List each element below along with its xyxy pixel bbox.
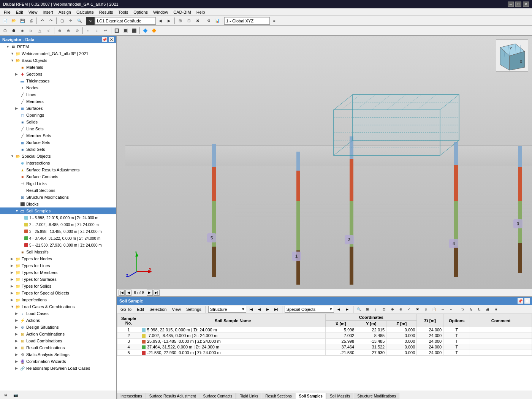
tree-rigidlinks[interactable]: ⊣ Rigid Links bbox=[0, 180, 116, 187]
tree-membersets[interactable]: ╱ Member Sets bbox=[0, 132, 116, 139]
delete-button[interactable]: ✖ bbox=[414, 306, 421, 313]
nav-prev-button[interactable]: ◀ bbox=[256, 306, 263, 313]
cell-options[interactable]: T bbox=[443, 339, 470, 344]
new-button[interactable]: 📄 bbox=[1, 17, 9, 25]
nav-next-button[interactable]: ▶ bbox=[264, 306, 271, 313]
tree-structuremods[interactable]: ⊞ Structure Modifications bbox=[0, 194, 116, 201]
menu-view[interactable]: View bbox=[26, 10, 40, 15]
tb2-btn5[interactable]: △ bbox=[36, 27, 44, 35]
tree-loadcases[interactable]: ▶ ↓ Load Cases bbox=[0, 310, 116, 317]
tree-soilsamples[interactable]: ▼ 🗃 Soil Samples bbox=[0, 207, 116, 214]
tree-surfaces[interactable]: ▶ ◼ Surfaces bbox=[0, 105, 116, 112]
tree-solidsets[interactable]: ■ Solid Sets bbox=[0, 146, 116, 153]
nav-next2-button[interactable]: ▶ bbox=[344, 306, 351, 313]
maximize-button[interactable]: □ bbox=[515, 2, 521, 7]
save-button[interactable]: 💾 bbox=[18, 17, 27, 25]
tree-soilmassifs[interactable]: ■ Soil Massifs bbox=[0, 249, 116, 255]
nav-prev2-button[interactable]: ◀ bbox=[336, 306, 342, 313]
tree-thicknesses[interactable]: ▬ Thicknesses bbox=[0, 78, 116, 84]
tab-surfacecontacts[interactable]: Surface Contacts bbox=[200, 393, 236, 399]
tree-types-members[interactable]: ▶ 📁 Types for Members bbox=[0, 269, 116, 276]
selection-button[interactable]: Selection bbox=[147, 306, 168, 313]
tree-designsit[interactable]: ▶ ⊙ Design Situations bbox=[0, 324, 116, 331]
tree-basic-objects[interactable]: ▼ 📂 Basic Objects bbox=[0, 57, 116, 64]
nav-mode-button[interactable]: 🖥 bbox=[2, 391, 10, 399]
table-row[interactable]: 2-7.002, -8.485, 0.000 m | Σt: 24.000 m-… bbox=[117, 333, 532, 339]
tb2-btn2[interactable]: ⬢ bbox=[10, 27, 18, 35]
table-row[interactable]: 325.998, -13.485, 0.000 m | Σt: 24.000 m… bbox=[117, 339, 532, 344]
tb2-btn10[interactable]: ↔ bbox=[84, 27, 92, 35]
display-btn2[interactable]: ⊡ bbox=[185, 17, 193, 25]
tab-structuremods[interactable]: Structure Modifications bbox=[354, 393, 399, 399]
print-button[interactable]: 🖨 bbox=[27, 17, 35, 25]
page-next-btn[interactable]: ▶ bbox=[147, 290, 153, 296]
results-btn2[interactable]: 📊 bbox=[213, 17, 222, 25]
tree-types-special[interactable]: ▶ 📁 Types for Special Objects bbox=[0, 290, 116, 296]
cell-options[interactable]: T bbox=[443, 344, 470, 350]
tb2-btn6[interactable]: ◁ bbox=[44, 27, 53, 35]
table-row[interactable]: 15.998, 22.015, 0.000 m | Σt: 24.000 m5.… bbox=[117, 327, 532, 333]
tree-file[interactable]: ▼ 📁 Webinarmodell_GA-1_all.rf6* | 2021 bbox=[0, 50, 116, 57]
nav-pin-button[interactable]: 📌 bbox=[102, 37, 107, 42]
next-lc-button[interactable]: ▶ bbox=[165, 17, 173, 25]
coord-btn[interactable]: ≡ bbox=[270, 17, 279, 25]
tb2-btn14[interactable]: 🔳 bbox=[121, 27, 130, 35]
tree-relationship[interactable]: ▶ 🔗 Relationship Between Load Cases bbox=[0, 365, 116, 372]
tree-actions[interactable]: ▶ ⚡ Actions bbox=[0, 317, 116, 324]
sort-button[interactable]: ↕ bbox=[372, 306, 379, 313]
tb2-btn4[interactable]: ▷ bbox=[27, 27, 35, 35]
specialobj-dropdown[interactable]: Special Objects ▾ bbox=[285, 306, 334, 313]
tree-linesets[interactable]: ╱ Line Sets bbox=[0, 125, 116, 132]
menu-results[interactable]: Results bbox=[97, 10, 116, 15]
redo-button[interactable]: ↷ bbox=[47, 17, 55, 25]
display-btn3[interactable]: ✖ bbox=[193, 17, 202, 25]
tree-resultcomb[interactable]: ▶ ⊞ Result Combinations bbox=[0, 344, 116, 351]
tree-surfaceresults[interactable]: ▲ Surface Results Adjustments bbox=[0, 166, 116, 173]
tree-solids[interactable]: ■ Solids bbox=[0, 119, 116, 125]
tree-actioncomb[interactable]: ▶ ⊞ Action Combinations bbox=[0, 331, 116, 337]
tree-blocks[interactable]: ⬛ Blocks bbox=[0, 201, 116, 207]
tree-soil-1[interactable]: 1 - 5.998, 22.015, 0.000 m | Σt: 24.000 … bbox=[0, 214, 116, 221]
menu-tools[interactable]: Tools bbox=[116, 10, 130, 15]
tree-resultsections[interactable]: — Result Sections bbox=[0, 187, 116, 194]
menu-edit[interactable]: Edit bbox=[14, 10, 25, 15]
import-button[interactable]: ← bbox=[448, 306, 454, 313]
paste-button[interactable]: 📋 bbox=[431, 306, 438, 313]
tree-surfacecontacts[interactable]: ■ Surface Contacts bbox=[0, 173, 116, 180]
tree-members[interactable]: ╱ Members bbox=[0, 98, 116, 105]
tab-intersections[interactable]: Intersections bbox=[117, 393, 146, 399]
menu-file[interactable]: File bbox=[2, 10, 13, 15]
coord-sys-selector[interactable]: 1 - Global XYZ bbox=[224, 17, 270, 25]
tb2-btn12[interactable]: ↩ bbox=[101, 27, 110, 35]
check-button[interactable]: ✓ bbox=[406, 306, 413, 313]
tree-imperfections[interactable]: ▶ 📁 Imperfections bbox=[0, 296, 116, 303]
tab-surfaceresults[interactable]: Surface Results Adjustment bbox=[146, 393, 200, 399]
numpad-button[interactable]: # bbox=[493, 306, 500, 313]
tree-soil-5[interactable]: 5 - -21.530, 27.930, 0.000 m | Σt: 24.00… bbox=[0, 242, 116, 249]
export-button[interactable]: → bbox=[439, 306, 446, 313]
tree-combwizards[interactable]: ▶ 🔮 Combination Wizards bbox=[0, 358, 116, 365]
open-button[interactable]: 📂 bbox=[10, 17, 18, 25]
view-button[interactable]: View bbox=[170, 306, 183, 313]
viewport-3d[interactable]: Y X bbox=[117, 36, 532, 296]
nav-last-button[interactable]: ▶| bbox=[273, 306, 280, 313]
menu-help[interactable]: Help bbox=[194, 10, 207, 15]
filter2-button[interactable]: ⊞ bbox=[364, 306, 371, 313]
tree-soil-4[interactable]: 4 - 37.464, 31.522, 0.000 m | Σt: 24.000… bbox=[0, 235, 116, 242]
tree-lines[interactable]: ╱ Lines bbox=[0, 91, 116, 98]
menu-window[interactable]: Window bbox=[151, 10, 170, 15]
minimize-button[interactable]: ─ bbox=[508, 2, 514, 7]
table-row[interactable]: 5-21.530, 27.930, 0.000 m | Σt: 24.000 m… bbox=[117, 350, 532, 356]
lc-selector[interactable]: LC1 Eigenlast Gebäude bbox=[95, 17, 156, 25]
tree-root[interactable]: ▼ 🖥 RFEM bbox=[0, 43, 116, 50]
tree-openings[interactable]: ◻ Openings bbox=[0, 112, 116, 119]
tree-soil-2[interactable]: 2 - -7.002, -8.485, 0.000 m | Σt: 24.000… bbox=[0, 221, 116, 228]
formula-button[interactable]: fx bbox=[459, 306, 466, 313]
tree-intersections[interactable]: ⊕ Intersections bbox=[0, 160, 116, 166]
nav-close-button[interactable]: ✕ bbox=[109, 37, 114, 42]
page-first-btn[interactable]: |◀ bbox=[119, 290, 125, 296]
menu-options[interactable]: Options bbox=[131, 10, 150, 15]
cell-options[interactable]: T bbox=[443, 327, 470, 333]
tree-sections[interactable]: ▶ ✚ Sections bbox=[0, 71, 116, 78]
structure-dropdown[interactable]: Structure ▾ bbox=[208, 306, 246, 313]
